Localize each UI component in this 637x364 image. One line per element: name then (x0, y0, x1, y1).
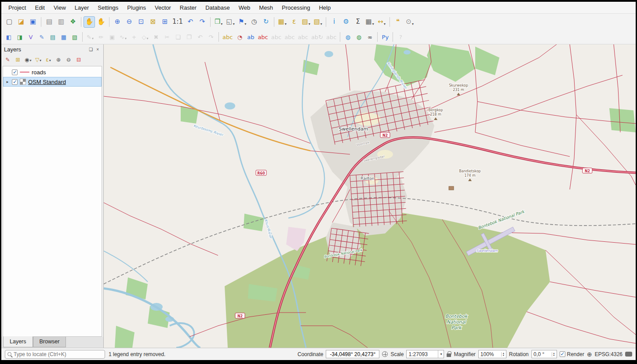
auto-labeling-button[interactable]: ab (245, 32, 256, 42)
python-console-button[interactable]: Py (380, 32, 390, 42)
identify-features-button[interactable]: i (328, 16, 340, 28)
open-attribute-table-button[interactable]: ▦▾ (364, 16, 375, 28)
pan-to-selection-button[interactable]: ✋ (95, 16, 107, 28)
new-mesh-layer-button[interactable]: ▦ (58, 32, 69, 42)
magnifier-spinbox[interactable]: 100% ▴▾ (478, 350, 506, 358)
tab-browser[interactable]: Browser (33, 337, 66, 347)
scale-combo[interactable]: 1:27093 ▾ (406, 350, 444, 358)
open-layer-styling-button[interactable]: ✎ (3, 55, 12, 64)
zoom-in-button[interactable]: ⊕ (112, 16, 123, 28)
select-by-expression-button[interactable]: ε (288, 16, 300, 28)
map-tips-icon: ❝ (396, 18, 400, 25)
render-toggle[interactable]: Render (560, 351, 584, 357)
filter-by-expression-button[interactable]: ε▾ (44, 55, 53, 64)
spinner-arrows-icon[interactable]: ▴▾ (501, 352, 504, 357)
osm-place-search-button[interactable]: ∞ (364, 32, 375, 42)
temporal-controller-button[interactable]: ◷ (248, 16, 260, 28)
new-virtual-layer-button[interactable]: ▧ (69, 32, 80, 42)
layer-item-osm-standard[interactable]: ▸ OSM Standard (3, 77, 102, 87)
zoom-to-layer-button[interactable]: ⊞ (159, 16, 171, 28)
layer-item-roads[interactable]: roads (3, 67, 102, 77)
svg-text:N2: N2 (585, 169, 590, 173)
filter-legend-button[interactable]: ▽▾ (34, 55, 43, 64)
peak-elevation: 174 m (464, 174, 476, 178)
rotation-spinbox[interactable]: 0,0 ° ▴▾ (531, 350, 557, 358)
new-map-view-button[interactable]: ❒▾ (213, 16, 224, 28)
coordinate-display-toggle-icon[interactable] (382, 351, 388, 357)
label-options-button[interactable]: abc (256, 32, 269, 42)
zoom-to-selection-button[interactable]: ⊠ (147, 16, 159, 28)
web-service-icon: ◍ (357, 34, 361, 40)
open-project-button[interactable]: ◪ (15, 16, 27, 28)
new-geopackage-layer-button[interactable]: ◨ (15, 32, 25, 42)
expand-arrow[interactable]: ▸ (5, 80, 10, 84)
zoom-native-button[interactable]: 1:1 (171, 16, 184, 28)
locate-box[interactable] (5, 350, 105, 359)
menu-processing[interactable]: Processing (277, 3, 314, 13)
expand-all-button[interactable]: ⊕ (54, 55, 63, 64)
pan-map-button[interactable]: ✋ (84, 16, 95, 28)
close-panel-icon[interactable]: × (95, 47, 101, 52)
tab-layers[interactable]: Layers (3, 336, 33, 347)
statistics-panel-button[interactable]: Σ (352, 16, 364, 28)
style-manager-button[interactable]: ❖ (67, 16, 79, 28)
map-canvas[interactable]: Swellendam Railton Skurwekop 231 m Bergk… (104, 44, 636, 348)
collapse-all-button[interactable]: ⊖ (64, 55, 73, 64)
zoom-next-button[interactable]: ↷ (197, 16, 208, 28)
menu-settings[interactable]: Settings (93, 3, 123, 13)
menu-layer[interactable]: Layer (70, 3, 94, 13)
crs-globe-icon[interactable]: ⊕ (587, 351, 592, 357)
add-group-button[interactable]: ⊞ (13, 55, 22, 64)
render-checkbox[interactable] (560, 351, 565, 357)
map-tips-button[interactable]: ❝ (392, 16, 404, 28)
menu-project[interactable]: Project (4, 3, 30, 13)
new-mesh-layer-icon: ▦ (61, 34, 66, 40)
menu-mesh[interactable]: Mesh (255, 3, 277, 13)
manage-map-themes-button[interactable]: ◉▾ (23, 55, 33, 64)
show-layout-manager-button[interactable]: ▥ (55, 16, 67, 28)
select-by-form-button[interactable]: ▧▾ (312, 16, 324, 28)
new-memory-layer-button[interactable]: ▤ (47, 32, 58, 42)
save-project-button[interactable]: ▣ (27, 16, 39, 28)
new-print-layout-button[interactable]: ▤ (44, 16, 55, 28)
crs-status[interactable]: EPSG:4326 (595, 351, 622, 357)
new-3d-map-view-button[interactable]: ◱▾ (225, 16, 236, 28)
coordinate-input[interactable] (326, 350, 379, 358)
select-features-button[interactable]: ▦▾ (277, 16, 288, 28)
layer-labeling-button[interactable]: abc (221, 32, 234, 42)
lock-scale-icon[interactable] (447, 353, 451, 357)
menu-edit[interactable]: Edit (30, 3, 49, 13)
zoom-last-button[interactable]: ↶ (185, 16, 196, 28)
new-spatialite-layer-button[interactable]: ✎ (36, 32, 47, 42)
nominatim-search-button[interactable]: ⊙▾ (404, 16, 415, 28)
web-service-button[interactable]: ◍ (353, 32, 364, 42)
layer-visibility-checkbox[interactable] (12, 69, 18, 75)
menu-raster[interactable]: Raster (175, 3, 201, 13)
refresh-map-button[interactable]: ↻ (260, 16, 272, 28)
menu-help[interactable]: Help (314, 3, 335, 13)
zoom-out-button[interactable]: ⊖ (124, 16, 135, 28)
menu-database[interactable]: Database (201, 3, 234, 13)
menu-vector[interactable]: Vector (150, 3, 175, 13)
deselect-all-button[interactable]: ▨▾ (300, 16, 312, 28)
zoom-full-button[interactable]: ⊡ (135, 16, 147, 28)
data-source-manager-button[interactable]: ◧ (4, 32, 14, 42)
float-panel-icon[interactable]: ❏ (87, 47, 95, 52)
locate-input[interactable] (14, 351, 102, 357)
remove-layer-button[interactable]: ⊟ (74, 55, 84, 64)
measure-button[interactable]: ↔▾ (376, 16, 387, 28)
new-project-button[interactable]: ▢ (4, 16, 15, 28)
spinner-arrows-icon[interactable]: ▴▾ (552, 352, 555, 357)
processing-toolbox-button[interactable]: ⚙ (340, 16, 352, 28)
messages-icon[interactable] (625, 352, 632, 357)
menu-web[interactable]: Web (234, 3, 255, 13)
menu-view[interactable]: View (49, 3, 70, 13)
data-source-manager-icon: ◧ (6, 34, 11, 40)
metasearch-button[interactable]: ◍ (342, 32, 353, 42)
new-spatialite-layer-icon: ✎ (40, 34, 44, 40)
show-bookmarks-button[interactable]: ⚑▾ (237, 16, 248, 28)
layer-diagrams-button[interactable]: ◔ (234, 32, 245, 42)
new-shapefile-layer-button[interactable]: V (25, 32, 36, 42)
layer-visibility-checkbox[interactable] (12, 79, 18, 85)
menu-plugins[interactable]: Plugins (123, 3, 150, 13)
